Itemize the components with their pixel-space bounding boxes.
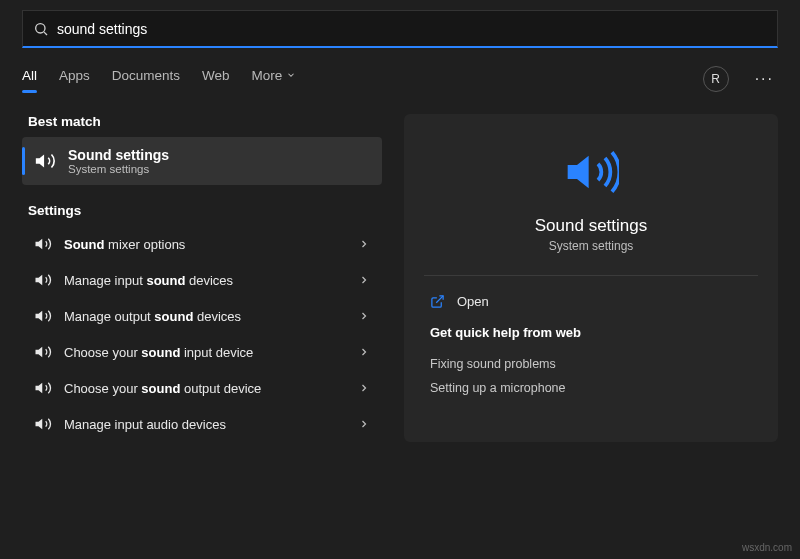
settings-result-label: Choose your sound output device — [64, 381, 346, 396]
preview-panel: Sound settings System settings Open Get … — [404, 114, 778, 442]
watermark: wsxdn.com — [742, 542, 792, 553]
chevron-down-icon — [286, 70, 296, 80]
tab-documents[interactable]: Documents — [112, 68, 180, 91]
section-settings: Settings — [28, 203, 382, 218]
settings-result[interactable]: Sound mixer options — [22, 226, 382, 262]
speaker-icon — [34, 271, 52, 289]
chevron-right-icon — [358, 238, 370, 250]
speaker-icon — [34, 307, 52, 325]
open-label: Open — [457, 294, 489, 309]
settings-result-label: Choose your sound input device — [64, 345, 346, 360]
svg-line-1 — [44, 32, 47, 35]
chevron-right-icon — [358, 310, 370, 322]
help-heading: Get quick help from web — [430, 325, 752, 340]
tab-all[interactable]: All — [22, 68, 37, 91]
preview-subtitle: System settings — [430, 239, 752, 253]
svg-marker-5 — [36, 311, 43, 322]
best-match-subtitle: System settings — [68, 163, 169, 175]
help-link[interactable]: Fixing sound problems — [430, 352, 752, 376]
chevron-right-icon — [358, 382, 370, 394]
settings-result-label: Manage input audio devices — [64, 417, 346, 432]
search-input[interactable] — [57, 21, 767, 37]
tab-more[interactable]: More — [252, 68, 297, 91]
settings-list: Sound mixer optionsManage input sound de… — [22, 226, 382, 442]
settings-result-label: Manage input sound devices — [64, 273, 346, 288]
open-icon — [430, 294, 445, 309]
svg-marker-6 — [36, 347, 43, 358]
svg-point-0 — [36, 23, 45, 32]
speaker-icon — [563, 144, 619, 200]
settings-result[interactable]: Choose your sound output device — [22, 370, 382, 406]
settings-result[interactable]: Choose your sound input device — [22, 334, 382, 370]
chevron-right-icon — [358, 418, 370, 430]
best-match-result[interactable]: Sound settings System settings — [22, 137, 382, 185]
settings-result-label: Manage output sound devices — [64, 309, 346, 324]
settings-result-label: Sound mixer options — [64, 237, 346, 252]
help-link[interactable]: Setting up a microphone — [430, 376, 752, 400]
speaker-icon — [34, 343, 52, 361]
svg-marker-4 — [36, 275, 43, 286]
svg-marker-7 — [36, 383, 43, 394]
open-action[interactable]: Open — [430, 290, 752, 325]
speaker-icon — [34, 235, 52, 253]
svg-marker-2 — [36, 155, 44, 168]
svg-marker-8 — [36, 419, 43, 430]
search-icon — [33, 21, 49, 37]
overflow-menu-button[interactable]: ··· — [751, 66, 778, 92]
best-match-title: Sound settings — [68, 147, 169, 163]
filter-tabs: All Apps Documents Web More R ··· — [22, 66, 778, 92]
svg-marker-9 — [568, 156, 589, 189]
preview-title: Sound settings — [430, 216, 752, 236]
speaker-icon — [34, 415, 52, 433]
tab-more-label: More — [252, 68, 283, 83]
search-bar[interactable] — [22, 10, 778, 48]
section-best-match: Best match — [28, 114, 382, 129]
settings-result[interactable]: Manage input sound devices — [22, 262, 382, 298]
divider — [424, 275, 758, 276]
speaker-icon — [34, 150, 56, 172]
settings-result[interactable]: Manage output sound devices — [22, 298, 382, 334]
chevron-right-icon — [358, 346, 370, 358]
user-avatar[interactable]: R — [703, 66, 729, 92]
svg-marker-3 — [36, 239, 43, 250]
svg-line-10 — [436, 296, 443, 303]
tab-apps[interactable]: Apps — [59, 68, 90, 91]
results-column: Best match Sound settings System setting… — [22, 114, 382, 442]
tab-web[interactable]: Web — [202, 68, 230, 91]
speaker-icon — [34, 379, 52, 397]
chevron-right-icon — [358, 274, 370, 286]
settings-result[interactable]: Manage input audio devices — [22, 406, 382, 442]
